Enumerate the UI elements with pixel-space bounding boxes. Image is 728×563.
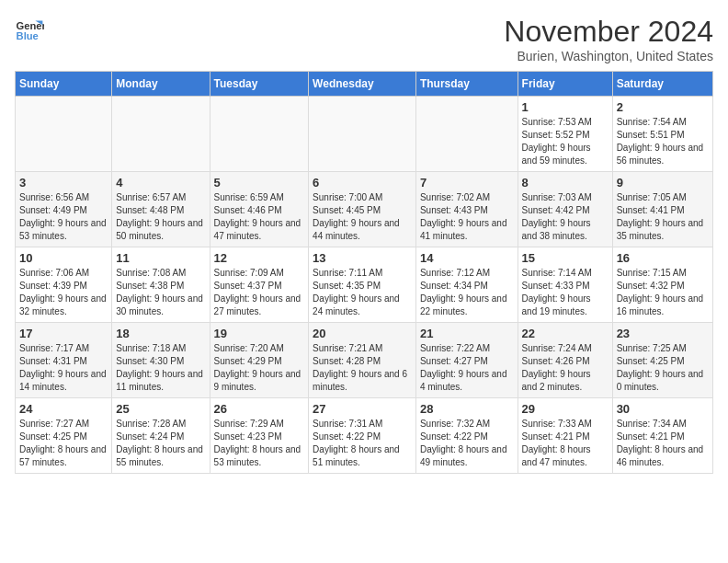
day-cell: 9Sunrise: 7:05 AM Sunset: 4:41 PM Daylig…	[612, 172, 712, 247]
day-info: Sunrise: 7:12 AM Sunset: 4:34 PM Dayligh…	[420, 267, 514, 318]
day-cell: 12Sunrise: 7:09 AM Sunset: 4:37 PM Dayli…	[210, 247, 309, 323]
day-info: Sunrise: 7:53 AM Sunset: 5:52 PM Dayligh…	[522, 116, 609, 167]
day-number: 10	[19, 251, 108, 265]
day-number: 17	[19, 327, 108, 340]
title-area: November 2024 Burien, Washington, United…	[504, 15, 713, 63]
day-cell: 28Sunrise: 7:32 AM Sunset: 4:22 PM Dayli…	[415, 398, 518, 474]
day-cell: 20Sunrise: 7:21 AM Sunset: 4:28 PM Dayli…	[309, 323, 416, 398]
day-header-friday: Friday	[518, 72, 612, 97]
day-cell: 4Sunrise: 6:57 AM Sunset: 4:48 PM Daylig…	[112, 172, 210, 247]
day-header-sunday: Sunday	[16, 72, 112, 97]
day-number: 8	[522, 176, 609, 190]
day-number: 4	[116, 176, 205, 190]
day-cell: 14Sunrise: 7:12 AM Sunset: 4:34 PM Dayli…	[415, 247, 518, 323]
day-cell	[309, 97, 416, 172]
day-cell	[16, 97, 112, 172]
day-number: 19	[214, 327, 305, 340]
day-number: 12	[214, 251, 305, 265]
day-number: 20	[313, 327, 412, 340]
day-info: Sunrise: 7:00 AM Sunset: 4:45 PM Dayligh…	[313, 191, 412, 243]
day-info: Sunrise: 7:08 AM Sunset: 4:38 PM Dayligh…	[116, 267, 205, 318]
day-number: 15	[522, 251, 609, 265]
day-number: 14	[420, 251, 514, 265]
day-cell: 5Sunrise: 6:59 AM Sunset: 4:46 PM Daylig…	[210, 172, 309, 247]
header: General Blue November 2024 Burien, Washi…	[15, 15, 713, 63]
day-info: Sunrise: 7:11 AM Sunset: 4:35 PM Dayligh…	[313, 267, 412, 318]
day-info: Sunrise: 7:03 AM Sunset: 4:42 PM Dayligh…	[522, 191, 609, 243]
day-cell: 10Sunrise: 7:06 AM Sunset: 4:39 PM Dayli…	[16, 247, 112, 323]
day-header-thursday: Thursday	[415, 72, 518, 97]
calendar-body: 1Sunrise: 7:53 AM Sunset: 5:52 PM Daylig…	[16, 97, 713, 474]
day-number: 9	[617, 176, 709, 190]
day-cell: 26Sunrise: 7:29 AM Sunset: 4:23 PM Dayli…	[210, 398, 309, 474]
day-number: 29	[522, 402, 609, 416]
day-info: Sunrise: 7:28 AM Sunset: 4:24 PM Dayligh…	[116, 418, 205, 469]
week-row-1: 3Sunrise: 6:56 AM Sunset: 4:49 PM Daylig…	[16, 172, 713, 247]
day-info: Sunrise: 7:22 AM Sunset: 4:27 PM Dayligh…	[420, 342, 514, 394]
day-number: 3	[19, 176, 108, 190]
day-info: Sunrise: 7:06 AM Sunset: 4:39 PM Dayligh…	[19, 267, 108, 318]
day-number: 22	[522, 327, 609, 340]
day-header-monday: Monday	[112, 72, 210, 97]
day-info: Sunrise: 7:24 AM Sunset: 4:26 PM Dayligh…	[522, 342, 609, 394]
day-header-wednesday: Wednesday	[309, 72, 416, 97]
day-info: Sunrise: 7:05 AM Sunset: 4:41 PM Dayligh…	[617, 191, 709, 243]
day-header-tuesday: Tuesday	[210, 72, 309, 97]
logo: General Blue	[15, 15, 44, 44]
day-cell: 27Sunrise: 7:31 AM Sunset: 4:22 PM Dayli…	[309, 398, 416, 474]
day-number: 23	[617, 327, 709, 340]
day-header-saturday: Saturday	[612, 72, 712, 97]
day-info: Sunrise: 7:17 AM Sunset: 4:31 PM Dayligh…	[19, 342, 108, 394]
week-row-4: 24Sunrise: 7:27 AM Sunset: 4:25 PM Dayli…	[16, 398, 713, 474]
day-number: 2	[617, 100, 709, 114]
day-number: 5	[214, 176, 305, 190]
day-cell: 3Sunrise: 6:56 AM Sunset: 4:49 PM Daylig…	[16, 172, 112, 247]
day-cell: 19Sunrise: 7:20 AM Sunset: 4:29 PM Dayli…	[210, 323, 309, 398]
day-cell: 13Sunrise: 7:11 AM Sunset: 4:35 PM Dayli…	[309, 247, 416, 323]
day-info: Sunrise: 7:34 AM Sunset: 4:21 PM Dayligh…	[617, 418, 709, 469]
day-info: Sunrise: 7:02 AM Sunset: 4:43 PM Dayligh…	[420, 191, 514, 243]
day-info: Sunrise: 6:56 AM Sunset: 4:49 PM Dayligh…	[19, 191, 108, 243]
svg-text:Blue: Blue	[17, 30, 39, 41]
day-number: 28	[420, 402, 514, 416]
day-info: Sunrise: 7:27 AM Sunset: 4:25 PM Dayligh…	[19, 418, 108, 469]
logo-icon: General Blue	[15, 15, 44, 44]
calendar-header-row: SundayMondayTuesdayWednesdayThursdayFrid…	[16, 72, 713, 97]
day-info: Sunrise: 7:21 AM Sunset: 4:28 PM Dayligh…	[313, 342, 412, 394]
day-cell: 1Sunrise: 7:53 AM Sunset: 5:52 PM Daylig…	[518, 97, 612, 172]
day-number: 11	[116, 251, 205, 265]
day-cell	[112, 97, 210, 172]
day-cell: 30Sunrise: 7:34 AM Sunset: 4:21 PM Dayli…	[612, 398, 712, 474]
day-cell	[415, 97, 518, 172]
day-info: Sunrise: 7:18 AM Sunset: 4:30 PM Dayligh…	[116, 342, 205, 394]
day-cell: 24Sunrise: 7:27 AM Sunset: 4:25 PM Dayli…	[16, 398, 112, 474]
day-info: Sunrise: 7:31 AM Sunset: 4:22 PM Dayligh…	[313, 418, 412, 469]
day-cell: 23Sunrise: 7:25 AM Sunset: 4:25 PM Dayli…	[612, 323, 712, 398]
day-info: Sunrise: 7:25 AM Sunset: 4:25 PM Dayligh…	[617, 342, 709, 394]
day-cell: 16Sunrise: 7:15 AM Sunset: 4:32 PM Dayli…	[612, 247, 712, 323]
week-row-0: 1Sunrise: 7:53 AM Sunset: 5:52 PM Daylig…	[16, 97, 713, 172]
day-info: Sunrise: 7:09 AM Sunset: 4:37 PM Dayligh…	[214, 267, 305, 318]
day-cell: 7Sunrise: 7:02 AM Sunset: 4:43 PM Daylig…	[415, 172, 518, 247]
day-number: 7	[420, 176, 514, 190]
day-number: 26	[214, 402, 305, 416]
day-cell: 8Sunrise: 7:03 AM Sunset: 4:42 PM Daylig…	[518, 172, 612, 247]
calendar-table: SundayMondayTuesdayWednesdayThursdayFrid…	[15, 71, 713, 474]
day-number: 18	[116, 327, 205, 340]
day-cell: 6Sunrise: 7:00 AM Sunset: 4:45 PM Daylig…	[309, 172, 416, 247]
day-cell	[210, 97, 309, 172]
day-cell: 17Sunrise: 7:17 AM Sunset: 4:31 PM Dayli…	[16, 323, 112, 398]
day-info: Sunrise: 6:59 AM Sunset: 4:46 PM Dayligh…	[214, 191, 305, 243]
day-info: Sunrise: 7:32 AM Sunset: 4:22 PM Dayligh…	[420, 418, 514, 469]
day-cell: 22Sunrise: 7:24 AM Sunset: 4:26 PM Dayli…	[518, 323, 612, 398]
day-info: Sunrise: 6:57 AM Sunset: 4:48 PM Dayligh…	[116, 191, 205, 243]
day-info: Sunrise: 7:15 AM Sunset: 4:32 PM Dayligh…	[617, 267, 709, 318]
day-cell: 11Sunrise: 7:08 AM Sunset: 4:38 PM Dayli…	[112, 247, 210, 323]
day-number: 16	[617, 251, 709, 265]
day-number: 27	[313, 402, 412, 416]
day-number: 21	[420, 327, 514, 340]
day-cell: 15Sunrise: 7:14 AM Sunset: 4:33 PM Dayli…	[518, 247, 612, 323]
day-cell: 18Sunrise: 7:18 AM Sunset: 4:30 PM Dayli…	[112, 323, 210, 398]
month-title: November 2024	[504, 15, 713, 49]
day-number: 30	[617, 402, 709, 416]
